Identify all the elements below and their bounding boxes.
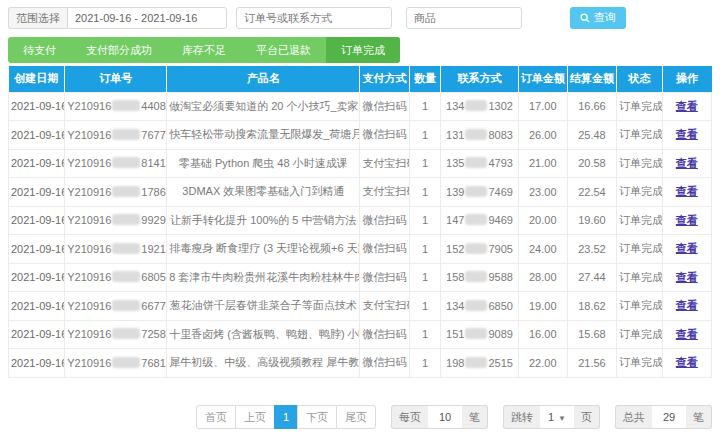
cell-contact: 1589588 [441, 263, 518, 292]
cell-status: 订单完成 [617, 121, 663, 150]
cell-order-number: Y2109166677 [65, 292, 167, 321]
cell-contact: 1527905 [441, 235, 518, 264]
header-operation: 操作 [662, 66, 711, 92]
cell-quantity: 1 [409, 235, 441, 264]
cell-product-name: 排毒瘦身 断食理疗 (3 天理论视频+6 天跟练音频) [167, 235, 360, 264]
next-page-button[interactable]: 下页 [297, 405, 337, 429]
cell-order-amount: 21.00 [518, 149, 567, 178]
cell-status: 订单完成 [617, 320, 663, 349]
view-link[interactable]: 查看 [676, 271, 698, 283]
redacted-text [465, 129, 487, 140]
cell-order-number: Y2109166805 [65, 263, 167, 292]
total-count-group: 总共 29 笔 [615, 405, 712, 429]
redacted-text [465, 186, 487, 197]
cell-order-amount: 19.00 [518, 292, 567, 321]
cell-status: 订单完成 [617, 178, 663, 207]
cell-product-name: 做淘宝必须要知道的 20 个小技巧_卖家运营电商论坛 [167, 92, 360, 121]
cell-status: 订单完成 [617, 92, 663, 121]
current-page-button[interactable]: 1 [274, 405, 298, 429]
cell-order-number: Y2109168141 [65, 149, 167, 178]
cell-quantity: 1 [409, 92, 441, 121]
cell-order-number: Y2109164408 [65, 92, 167, 121]
cell-payment-method: 微信扫码 [360, 206, 409, 235]
cell-product-name: 8 套津市牛肉粉贵州花溪牛肉粉桂林牛肉粉小吃配方 [167, 263, 360, 292]
cell-settle-amount: 21.56 [567, 349, 616, 378]
view-link[interactable]: 查看 [676, 242, 698, 254]
view-link[interactable]: 查看 [676, 185, 698, 197]
redacted-text [465, 271, 487, 282]
cell-order-amount: 22.00 [518, 349, 567, 378]
header-order-number: 订单号 [65, 66, 167, 92]
cell-create-date: 2021-09-16 [9, 178, 65, 207]
prev-page-button[interactable]: 上页 [235, 405, 275, 429]
status-tabs: 待支付 支付部分成功 库存不足 平台已退款 订单完成 [8, 37, 400, 63]
cell-quantity: 1 [409, 121, 441, 150]
jump-page-group: 跳转 1▼ 页 [503, 405, 600, 429]
cell-product-name: 3DMAX 效果图零基础入门到精通 [167, 178, 360, 207]
view-link[interactable]: 查看 [676, 157, 698, 169]
table-row: 2021-09-16 Y2109168141 零基础 Python 爬虫 48 … [9, 149, 712, 178]
table-row: 2021-09-16 Y2109167258 十里香卤烤 (含酱板鸭、鸭翅、鸭脖… [9, 320, 712, 349]
table-row: 2021-09-16 Y2109166677 葱花油饼千层春饼韭菜合子等面点技术… [9, 292, 712, 321]
product-search-input[interactable] [406, 7, 522, 29]
tab-partial-payment-success[interactable]: 支付部分成功 [71, 37, 167, 63]
view-link[interactable]: 查看 [676, 328, 698, 340]
cell-payment-method: 支付宝扫码 [360, 178, 409, 207]
cell-create-date: 2021-09-16 [9, 121, 65, 150]
cell-operation: 查看 [662, 178, 711, 207]
cell-payment-method: 微信扫码 [360, 349, 409, 378]
view-link[interactable]: 查看 [676, 299, 698, 311]
cell-settle-amount: 19.60 [567, 206, 616, 235]
tab-platform-refunded[interactable]: 平台已退款 [241, 37, 326, 63]
cell-contact: 1354793 [441, 149, 518, 178]
date-range-input[interactable] [67, 7, 227, 29]
tab-out-of-stock[interactable]: 库存不足 [167, 37, 241, 63]
pager-buttons: 首页 上页 1 下页 尾页 [196, 405, 376, 429]
pagination-bar: 首页 上页 1 下页 尾页 每页 10 笔 跳转 1▼ 页 总共 29 笔 [0, 405, 712, 429]
redacted-text [112, 129, 140, 140]
table-row: 2021-09-16 Y2109169929 让新手转化提升 100%的 5 中… [9, 206, 712, 235]
table-row: 2021-09-16 Y2109161921 排毒瘦身 断食理疗 (3 天理论视… [9, 235, 712, 264]
cell-contact: 1982515 [441, 349, 518, 378]
per-page-input[interactable]: 10 [428, 405, 462, 429]
header-payment-method: 支付方式 [360, 66, 409, 92]
cell-settle-amount: 18.62 [567, 292, 616, 321]
cell-product-name: 让新手转化提升 100%的 5 中营销方法 [167, 206, 360, 235]
redacted-text [112, 328, 140, 339]
cell-operation: 查看 [662, 206, 711, 235]
cell-product-name: 犀牛初级、中级、高级视频教程 犀牛教程 [167, 349, 360, 378]
order-search-input[interactable] [236, 7, 392, 29]
search-icon [580, 13, 590, 23]
header-contact: 联系方式 [441, 66, 518, 92]
cell-product-name: 零基础 Python 爬虫 48 小时速成课 [167, 149, 360, 178]
last-page-button[interactable]: 尾页 [336, 405, 376, 429]
jump-unit: 页 [574, 405, 600, 429]
cell-quantity: 1 [409, 178, 441, 207]
cell-contact: 1341302 [441, 92, 518, 121]
jump-label: 跳转 [503, 405, 540, 429]
cell-create-date: 2021-09-16 [9, 92, 65, 121]
cell-create-date: 2021-09-16 [9, 206, 65, 235]
cell-payment-method: 微信扫码 [360, 263, 409, 292]
tab-pending-payment[interactable]: 待支付 [8, 37, 71, 63]
cell-quantity: 1 [409, 263, 441, 292]
cell-settle-amount: 15.68 [567, 320, 616, 349]
redacted-text [112, 157, 140, 168]
view-link[interactable]: 查看 [676, 100, 698, 112]
cell-product-name: 葱花油饼千层春饼韭菜合子等面点技术 [167, 292, 360, 321]
jump-page-select[interactable]: 1▼ [540, 405, 574, 429]
cell-create-date: 2021-09-16 [9, 349, 65, 378]
cell-status: 订单完成 [617, 206, 663, 235]
view-link[interactable]: 查看 [676, 214, 698, 226]
table-row: 2021-09-16 Y2109166805 8 套津市牛肉粉贵州花溪牛肉粉桂林… [9, 263, 712, 292]
search-button[interactable]: 查询 [570, 7, 626, 29]
header-status: 状态 [617, 66, 663, 92]
per-page-label: 每页 [391, 405, 428, 429]
first-page-button[interactable]: 首页 [196, 405, 236, 429]
cell-settle-amount: 20.58 [567, 149, 616, 178]
view-link[interactable]: 查看 [676, 356, 698, 368]
view-link[interactable]: 查看 [676, 128, 698, 140]
redacted-text [465, 243, 487, 254]
tab-order-complete[interactable]: 订单完成 [326, 37, 400, 63]
cell-quantity: 1 [409, 149, 441, 178]
